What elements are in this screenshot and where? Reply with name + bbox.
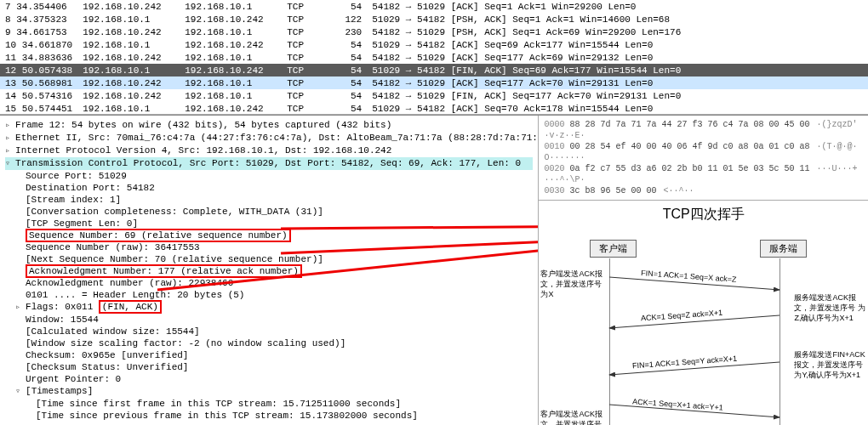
frame-summary[interactable]: Frame 12: 54 bytes on wire (432 bits), 5… [5,119,533,132]
stream-index: [Stream index: 1] [5,194,533,206]
ack-raw: Acknowledgment number (raw): 22938460 [5,277,533,289]
tcp-summary[interactable]: Transmission Control Protocol, Src Port:… [5,157,533,170]
conv-completeness: [Conversation completeness: Complete, WI… [5,206,533,218]
seq-raw: Sequence Number (raw): 36417553 [5,241,533,253]
server-note-2: 服务端发送FIN+ACK 报文，并置发送序号 为Y,确认序号为X+1 [794,349,868,380]
server-note-1: 服务端发送ACK报 文，并置发送序号 为Z,确认序号为X+1 [794,292,868,323]
checksum-status: [Checksum Status: Unverified] [5,361,533,373]
packet-row[interactable]: 9 34.661753192.168.10.242192.168.10.1TCP… [0,26,868,38]
client-note-2: 客户端发送ACK报 文，并置发送序号 为X+1,确认序号为Y+1 [540,409,607,425]
next-seq: [Next Sequence Number: 70 (relative sequ… [5,253,533,265]
packet-row[interactable]: 11 34.883636192.168.10.242192.168.10.1TC… [0,51,868,64]
ip-summary[interactable]: Internet Protocol Version 4, Src: 192.16… [5,144,533,157]
seq-relative: Sequence Number: 69 (relative sequence n… [5,230,533,241]
checksum: Checksum: 0x965e [unverified] [5,349,533,361]
ts-prev: [Time since previous frame in this TCP s… [5,410,533,422]
packet-row[interactable]: 10 34.661870192.168.10.1192.168.10.242TC… [0,38,868,51]
packet-row[interactable]: 7 34.354406192.168.10.242192.168.10.1TCP… [0,0,868,13]
calc-window: [Calculated window size: 15544] [5,326,533,337]
packet-row[interactable]: 13 50.568981192.168.10.242192.168.10.1TC… [0,76,868,89]
ethernet-summary[interactable]: Ethernet II, Src: 70mai_76:c4:7a (44:27:… [5,132,533,144]
source-port: Source Port: 51029 [5,170,533,182]
window: Window: 15544 [5,314,533,326]
packet-row[interactable]: 15 50.574451192.168.10.1192.168.10.242TC… [0,102,868,115]
timestamps[interactable]: [Timestamps] [5,385,533,398]
urgent-ptr: Urgent Pointer: 0 [5,373,533,385]
tcp-seg-len: [TCP Segment Len: 0] [5,218,533,230]
ts-first: [Time since first frame in this TCP stre… [5,398,533,410]
dest-port: Destination Port: 54182 [5,182,533,194]
win-scale: [Window size scaling factor: -2 (no wind… [5,337,533,349]
hex-dump[interactable]: 0000 88 28 7d 7a 71 7a 44 27 f3 76 c4 7a… [539,116,868,201]
ack-relative: Acknowledgment Number: 177 (relative ack… [5,265,533,277]
client-note-1: 客户端发送ACK报 文，并置发送序号 为X [540,269,607,299]
packet-details-tree[interactable]: Frame 12: 54 bytes on wire (432 bits), 5… [0,116,538,425]
packet-row[interactable]: 12 50.057438192.168.10.1192.168.10.242TC… [0,64,868,76]
packet-list[interactable]: 7 34.354406192.168.10.242192.168.10.1TCP… [0,0,868,115]
packet-row[interactable]: 14 50.574316192.168.10.242192.168.10.1TC… [0,89,868,102]
tcp-handshake-diagram: TCP四次挥手 客户端 服务端 FIN=1 ACK=1 Seq=X ack=Z … [539,201,868,425]
flags[interactable]: Flags: 0x011 (FIN, ACK) [5,301,533,314]
packet-row[interactable]: 8 34.375323192.168.10.1192.168.10.242TCP… [0,13,868,26]
header-len: 0101 .... = Header Length: 20 bytes (5) [5,289,533,301]
